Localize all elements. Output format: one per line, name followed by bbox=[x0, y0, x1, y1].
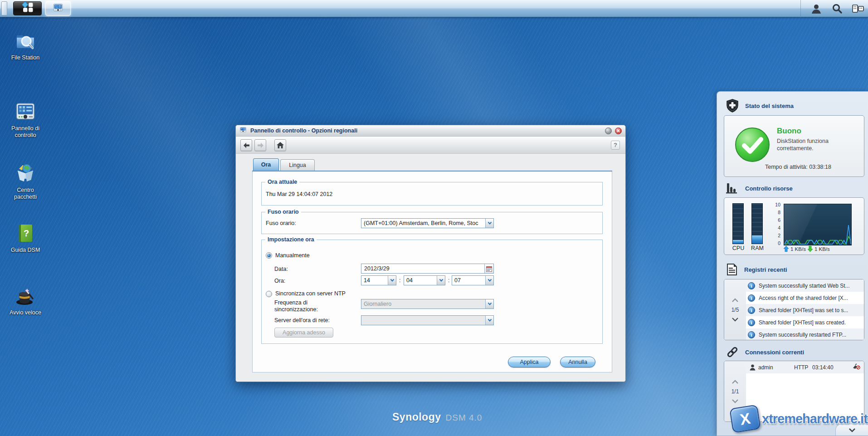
ntp-radio[interactable] bbox=[266, 291, 272, 297]
chevron-down-icon[interactable] bbox=[437, 276, 445, 285]
desktop-icon-label: Guida DSM bbox=[5, 247, 45, 254]
second-value: 07 bbox=[452, 276, 485, 285]
log-row[interactable]: iAccess right of the shared folder [X... bbox=[746, 292, 864, 304]
log-row[interactable]: iSystem successfully restarted FTP... bbox=[746, 328, 864, 340]
cpu-label: CPU bbox=[729, 245, 747, 251]
taskbar-separator bbox=[800, 0, 801, 17]
desktop-icon-quick-start[interactable]: Avvio veloce bbox=[4, 285, 47, 316]
tab-lingua[interactable]: Lingua bbox=[280, 159, 315, 171]
desktop-icon-package-center[interactable]: Centro pacchetti bbox=[4, 162, 47, 201]
chevron-down-icon[interactable] bbox=[485, 299, 493, 309]
timezone-value: (GMT+01:00) Amsterdam, Berlin, Rome, Sto… bbox=[361, 219, 485, 228]
ntp-server-select[interactable] bbox=[361, 315, 494, 325]
taskbar bbox=[0, 0, 868, 17]
resource-monitor-title: Controllo risorse bbox=[745, 185, 793, 192]
info-icon: i bbox=[748, 282, 755, 289]
second-select[interactable]: 07 bbox=[452, 275, 494, 285]
timezone-select[interactable]: (GMT+01:00) Amsterdam, Berlin, Rome, Sto… bbox=[361, 218, 494, 228]
pilot-view-button[interactable] bbox=[851, 2, 865, 15]
network-legend: 1 KB/s 1 KB/s bbox=[784, 246, 830, 252]
page-down-icon[interactable] bbox=[732, 318, 738, 322]
upload-arrow-icon bbox=[784, 246, 789, 252]
apply-button[interactable]: Applica bbox=[508, 357, 551, 367]
page-down-icon[interactable] bbox=[732, 399, 738, 403]
status-ok-icon bbox=[734, 127, 770, 163]
window-toolbar: ? bbox=[236, 137, 625, 154]
regional-options-window: Pannello di controllo - Opzioni regional… bbox=[235, 125, 626, 382]
system-status-title: Stato del sistema bbox=[745, 103, 794, 109]
dsm-version: DSM 4.0 bbox=[446, 413, 483, 423]
manual-radio[interactable] bbox=[266, 252, 272, 259]
info-icon: i bbox=[748, 294, 755, 302]
close-button[interactable]: ✕ bbox=[615, 127, 622, 134]
forward-arrow-icon bbox=[257, 142, 264, 148]
page-up-icon[interactable] bbox=[732, 298, 738, 302]
connections-page-indicator: 1/1 bbox=[731, 388, 739, 395]
log-row[interactable]: iShared folder [XHTest] was set to s... bbox=[746, 304, 864, 316]
window-titlebar[interactable]: Pannello di controllo - Opzioni regional… bbox=[236, 125, 625, 137]
system-health-sidebar: Stato del sistema Buono DiskStation funz… bbox=[717, 91, 868, 436]
logs-pager: 1/5 bbox=[724, 279, 746, 340]
system-status-header: Stato del sistema bbox=[726, 99, 794, 113]
info-icon: i bbox=[748, 307, 755, 314]
search-button[interactable] bbox=[830, 2, 844, 15]
chevron-down-icon[interactable] bbox=[485, 316, 493, 325]
y-tick: 0 bbox=[772, 240, 780, 246]
hour-select[interactable]: 14 bbox=[361, 275, 396, 285]
help-button[interactable]: ? bbox=[611, 141, 620, 150]
bar-chart-icon bbox=[726, 182, 739, 194]
window-title: Pannello di controllo - Opzioni regional… bbox=[250, 127, 357, 134]
watermark: X xtremehardware.it bbox=[731, 407, 868, 431]
info-icon: i bbox=[748, 331, 755, 338]
connection-time: 03:14:40 bbox=[812, 364, 834, 371]
desktop-icon-label: Centro pacchetti bbox=[5, 187, 45, 201]
log-text: Shared folder [XHTest] was created. bbox=[759, 319, 846, 326]
disconnect-icon[interactable] bbox=[853, 363, 860, 372]
connections-title: Connessioni correnti bbox=[745, 349, 804, 356]
update-now-button[interactable]: Aggiorna adesso bbox=[274, 328, 333, 338]
minimize-button[interactable] bbox=[605, 127, 612, 134]
log-row[interactable]: iShared folder [XHTest] was created. bbox=[746, 316, 864, 328]
current-time-group: Ora attuale Thu Mar 29 14:04:07 2012 bbox=[261, 182, 603, 206]
svg-text:?: ? bbox=[24, 228, 29, 238]
ntp-server-label: Server dell'ora di rete: bbox=[274, 317, 330, 323]
connection-row[interactable]: admin HTTP 03:14:40 bbox=[746, 361, 864, 373]
show-desktop-button[interactable] bbox=[1, 1, 7, 15]
log-row[interactable]: iSystem successfully started Web St... bbox=[746, 279, 864, 292]
control-panel-desktop-icon bbox=[15, 101, 36, 122]
chevron-down-icon[interactable] bbox=[485, 219, 493, 228]
chevron-down-icon[interactable] bbox=[388, 276, 396, 285]
network-graph bbox=[784, 204, 852, 245]
taskbar-item-control-panel[interactable] bbox=[45, 1, 71, 16]
sync-frequency-value: Giornaliero bbox=[361, 299, 485, 309]
forward-button[interactable] bbox=[254, 139, 266, 151]
calendar-icon[interactable] bbox=[484, 264, 493, 273]
tab-ora[interactable]: Ora bbox=[253, 158, 279, 171]
main-menu-button[interactable] bbox=[13, 1, 42, 15]
log-text: System successfully restarted FTP... bbox=[759, 332, 846, 338]
file-station-icon bbox=[15, 30, 36, 52]
minute-select[interactable]: 04 bbox=[404, 275, 445, 285]
document-icon bbox=[726, 263, 738, 276]
synology-logo: Synology DSM 4.0 bbox=[392, 411, 482, 423]
logs-list: iSystem successfully started Web St... i… bbox=[746, 279, 864, 340]
back-button[interactable] bbox=[240, 139, 252, 151]
status-value: Buono bbox=[777, 127, 801, 136]
desktop-icon-file-station[interactable]: File Station bbox=[4, 30, 47, 61]
hour-value: 14 bbox=[361, 276, 388, 285]
page-up-icon[interactable] bbox=[732, 380, 738, 384]
link-icon bbox=[726, 346, 739, 358]
desktop: File Station Pannello di controllo bbox=[0, 0, 868, 436]
date-input[interactable]: 2012/3/29 bbox=[361, 264, 494, 274]
tab-underline bbox=[252, 171, 612, 171]
cancel-button[interactable]: Annulla bbox=[560, 357, 595, 367]
sync-frequency-select[interactable]: Giornaliero bbox=[361, 299, 494, 309]
chevron-down-icon[interactable] bbox=[485, 276, 493, 285]
desktop-icon-control-panel[interactable]: Pannello di controllo bbox=[4, 101, 47, 139]
log-text: Shared folder [XHTest] was set to s... bbox=[759, 307, 848, 314]
user-menu-button[interactable] bbox=[809, 2, 824, 15]
timezone-legend: Fuso orario bbox=[265, 209, 301, 215]
main-menu-icon bbox=[19, 2, 36, 15]
home-button[interactable] bbox=[274, 139, 286, 151]
desktop-icon-dsm-help[interactable]: ? Guida DSM bbox=[4, 222, 47, 254]
